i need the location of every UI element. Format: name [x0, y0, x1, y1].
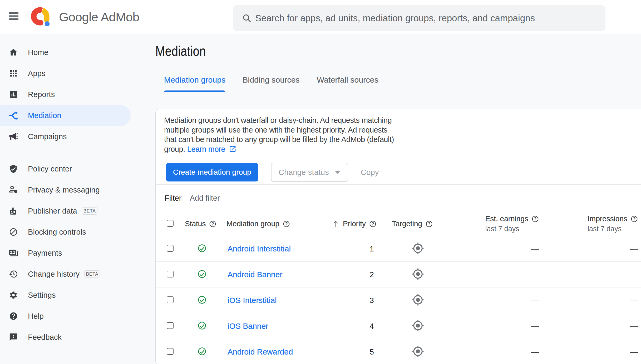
table-body: Android Interstitial 1 — — [156, 236, 641, 364]
earnings-value: — — [448, 244, 543, 253]
row-checkbox[interactable] — [167, 322, 174, 329]
help-icon[interactable]: ? — [426, 220, 433, 228]
earnings-value: — — [448, 347, 543, 356]
campaigns-icon — [9, 132, 18, 141]
mediation-group-link[interactable]: Android Banner — [226, 270, 282, 279]
earnings-value: — — [448, 296, 543, 305]
row-checkbox[interactable] — [167, 348, 174, 355]
sidebar-item-label: Policy center — [28, 165, 72, 173]
add-filter-button[interactable]: Add filter — [190, 194, 220, 203]
column-header-targeting[interactable]: Targeting ? — [384, 220, 448, 228]
sidebar-item-mediation[interactable]: Mediation — [0, 105, 131, 126]
change-status-button[interactable]: Change status — [271, 163, 348, 182]
column-header-priority[interactable]: Priority ? — [327, 220, 384, 228]
admob-logo[interactable]: Google AdMob — [31, 7, 139, 27]
admob-logo-icon — [31, 7, 50, 27]
mediation-group-link[interactable]: Android Interstitial — [226, 244, 291, 253]
help-icon[interactable]: ? — [532, 215, 539, 223]
chevron-down-icon — [335, 171, 341, 174]
help-icon[interactable]: ? — [209, 220, 216, 228]
column-header-impressions[interactable]: Impressions ? last 7 days — [543, 215, 641, 233]
select-all-checkbox[interactable] — [167, 220, 174, 227]
sidebar-item-label: Help — [28, 312, 44, 321]
help-icon[interactable]: ? — [631, 215, 638, 223]
filter-row: Filter Add filter — [156, 185, 641, 212]
external-link-icon[interactable] — [229, 145, 236, 155]
brand-name: Google AdMob — [59, 10, 139, 24]
tab-label: Mediation groups — [164, 75, 225, 84]
sidebar-item-label: Privacy & messaging — [28, 186, 100, 194]
table-row: Android Rewarded 5 — — [156, 339, 641, 364]
sidebar-item-home[interactable]: Home — [0, 42, 131, 63]
actions-row: Create mediation group Change status Cop… — [156, 155, 641, 182]
sidebar-item-label: Payments — [28, 249, 62, 257]
row-checkbox[interactable] — [167, 296, 174, 303]
mediation-group-link[interactable]: Android Rewarded — [226, 347, 293, 356]
sidebar-item-policy-center[interactable]: Policy center — [0, 158, 131, 179]
policy-shield-icon — [9, 164, 18, 174]
create-mediation-group-button[interactable]: Create mediation group — [166, 163, 258, 181]
tab-bidding-sources[interactable]: Bidding sources — [243, 75, 299, 92]
column-header-status[interactable]: Status ? — [185, 220, 226, 228]
targeting-icon[interactable] — [412, 294, 424, 307]
copy-button[interactable]: Copy — [358, 168, 382, 177]
targeting-icon[interactable] — [412, 268, 424, 281]
tab-label: Waterfall sources — [317, 75, 378, 84]
help-icon — [9, 311, 18, 321]
search-icon — [242, 13, 252, 23]
help-glyph: ? — [372, 221, 374, 226]
reports-icon — [9, 90, 18, 99]
sidebar-item-publisher-data[interactable]: Publisher data BETA — [0, 200, 131, 221]
menu-icon[interactable] — [9, 12, 18, 20]
sidebar-item-reports[interactable]: Reports — [0, 84, 131, 105]
privacy-person-icon — [9, 185, 18, 195]
sidebar-item-campaigns[interactable]: Campaigns — [0, 126, 131, 147]
sidebar-item-change-history[interactable]: Change history BETA — [0, 264, 131, 285]
row-checkbox[interactable] — [167, 245, 174, 252]
sidebar-item-apps[interactable]: Apps — [0, 63, 131, 84]
beta-badge: BETA — [82, 207, 97, 215]
sidebar-item-help[interactable]: Help — [0, 306, 131, 327]
search-bar[interactable] — [233, 5, 605, 31]
main-content: Mediation Mediation groups Bidding sourc… — [131, 34, 641, 364]
table-header: Status ? Mediation group ? Priority — [156, 212, 641, 236]
sidebar-item-label: Publisher data — [28, 207, 77, 215]
sidebar-item-privacy-messaging[interactable]: Privacy & messaging — [0, 179, 131, 200]
impressions-value: — — [543, 347, 641, 356]
mediation-group-link[interactable]: iOS Interstitial — [226, 296, 277, 305]
column-header-est-earnings[interactable]: Est. earnings ? last 7 days — [448, 215, 543, 233]
help-icon[interactable]: ? — [369, 220, 376, 228]
status-enabled-icon — [198, 295, 206, 305]
sidebar-item-label: Apps — [28, 69, 46, 78]
sort-ascending-icon — [332, 220, 340, 228]
mediation-group-link[interactable]: iOS Banner — [226, 322, 268, 330]
row-checkbox[interactable] — [167, 271, 174, 277]
gear-icon — [9, 290, 18, 300]
mediation-icon — [9, 111, 18, 120]
impressions-value: — — [543, 270, 641, 279]
help-glyph: ? — [211, 221, 214, 226]
targeting-icon[interactable] — [412, 346, 424, 358]
notice-line: that can't be matched to any group will … — [164, 135, 639, 144]
block-icon — [9, 227, 18, 237]
payments-icon — [9, 248, 18, 258]
sidebar-item-settings[interactable]: Settings — [0, 285, 131, 306]
priority-value: 2 — [327, 270, 384, 279]
sidebar-item-feedback[interactable]: Feedback — [0, 327, 131, 348]
tab-waterfall-sources[interactable]: Waterfall sources — [317, 75, 378, 92]
targeting-icon[interactable] — [412, 320, 424, 332]
learn-more-link[interactable]: Learn more — [187, 145, 225, 153]
beta-badge: BETA — [84, 270, 100, 278]
sidebar-item-payments[interactable]: Payments — [0, 242, 131, 264]
priority-value: 3 — [327, 296, 384, 305]
help-glyph: ? — [285, 221, 288, 226]
tab-mediation-groups[interactable]: Mediation groups — [164, 75, 225, 92]
targeting-icon[interactable] — [412, 242, 424, 255]
table-row: iOS Interstitial 3 — — [156, 287, 641, 313]
sidebar-item-label: Mediation — [28, 111, 61, 120]
priority-value: 4 — [327, 322, 384, 331]
help-icon[interactable]: ? — [283, 220, 290, 228]
sidebar-item-blocking-controls[interactable]: Blocking controls — [0, 221, 131, 242]
column-header-mediation-group[interactable]: Mediation group ? — [226, 220, 327, 228]
search-input[interactable] — [255, 13, 605, 23]
